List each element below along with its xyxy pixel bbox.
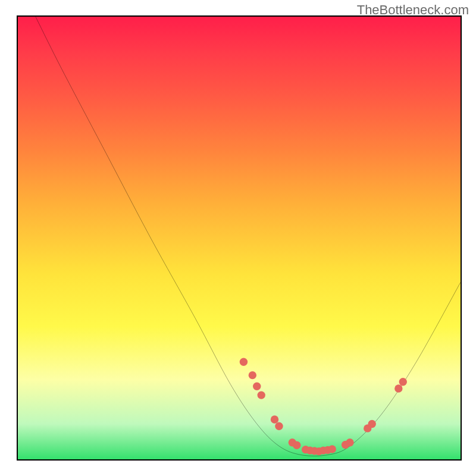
data-marker bbox=[240, 358, 248, 366]
data-marker bbox=[258, 391, 265, 399]
data-marker bbox=[328, 445, 336, 453]
chart-area bbox=[17, 15, 462, 461]
data-marker bbox=[253, 383, 261, 390]
data-marker bbox=[249, 371, 256, 379]
data-marker bbox=[368, 420, 376, 428]
data-markers bbox=[240, 358, 407, 456]
chart-svg bbox=[18, 17, 461, 459]
data-marker bbox=[271, 415, 278, 423]
data-marker bbox=[293, 441, 300, 449]
data-marker bbox=[275, 422, 283, 430]
data-marker bbox=[399, 378, 407, 386]
data-marker bbox=[394, 384, 402, 392]
watermark-text: TheBottleneck.com bbox=[357, 2, 469, 18]
data-marker bbox=[346, 439, 353, 446]
